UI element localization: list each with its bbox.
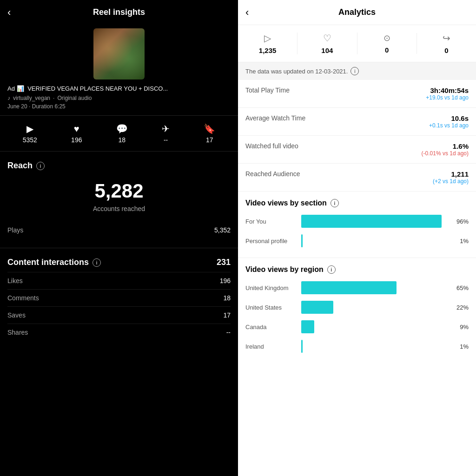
us-row: United States 22%	[245, 301, 469, 314]
accounts-reached-label: Accounts reached	[7, 205, 231, 212]
stat-comments: 💬 18	[116, 123, 128, 144]
separator2: ·	[29, 103, 32, 110]
left-header: ‹ Reel insights	[0, 0, 238, 25]
total-play-time-delta: +19.0s vs 1d ago	[426, 94, 469, 101]
ireland-label: Ireland	[245, 343, 297, 350]
plays-row: Plays 5,352	[7, 222, 231, 238]
for-you-label: For You	[245, 218, 297, 225]
watched-full-label: Watched full video	[245, 142, 298, 150]
views-section-label: Video views by section	[245, 199, 327, 207]
stat-saves: 🔖 17	[204, 123, 215, 144]
stats-row: ▶ 5352 ♥ 196 💬 18 ✈ -- 🔖 17	[0, 115, 238, 152]
for-you-bar	[301, 215, 442, 228]
comments-metric-value: 0	[385, 46, 389, 54]
left-panel-title: Reel insights	[9, 7, 229, 17]
interactions-info-icon[interactable]: i	[93, 258, 101, 267]
reach-info-icon[interactable]: i	[36, 162, 45, 170]
likes-value: 196	[71, 136, 82, 144]
avg-watch-time-value: 10.6s	[429, 114, 469, 122]
audio-icon: ♪	[7, 95, 10, 101]
shares-metric-icon: ↪	[443, 33, 450, 44]
shares-metric-value: 0	[444, 46, 448, 54]
region-info[interactable]: i	[327, 265, 336, 274]
views-section-info[interactable]: i	[331, 199, 339, 207]
stat-shares: ✈ --	[162, 123, 170, 144]
right-panel: ‹ Analytics ▷ 1,235 ♡ 104 ⊙ 0 ↪ 0 The da…	[238, 0, 476, 476]
personal-profile-bar	[301, 234, 303, 247]
stat-likes: ♥ 196	[71, 124, 82, 144]
for-you-percent: 96%	[452, 218, 469, 225]
interactions-total: 231	[217, 258, 231, 267]
total-play-time-value-group: 3h:40m:54s +19.0s vs 1d ago	[426, 86, 469, 101]
reached-audience-row: Reached Audience 1,211 (+2 vs 1d ago)	[238, 164, 476, 192]
play-icon: ▶	[26, 123, 33, 134]
saves-value: 17	[206, 136, 213, 144]
for-you-row: For You 96%	[245, 215, 469, 228]
reached-audience-delta: (+2 vs 1d ago)	[433, 178, 469, 185]
watched-full-value-group: 1.6% (-0.01% vs 1d ago)	[422, 142, 469, 157]
ireland-row: Ireland 1%	[245, 340, 469, 353]
uk-bar	[301, 281, 397, 294]
reached-audience-value-group: 1,211 (+2 vs 1d ago)	[433, 170, 469, 185]
video-title: VERIFIED VEGAN PLACES NEAR YOU + DISCO..…	[27, 85, 168, 92]
back-button-right[interactable]: ‹	[245, 7, 249, 19]
interactions-header: Content interactions i 231	[7, 258, 231, 267]
share-icon: ✈	[162, 123, 170, 134]
right-panel-title: Analytics	[247, 7, 467, 17]
back-button-left[interactable]: ‹	[7, 7, 11, 19]
separator: ·	[53, 95, 54, 101]
account-name: virtually_vegan	[13, 95, 50, 101]
reach-section: Reach i 5,282 Accounts reached Plays 5,3…	[0, 152, 238, 248]
updated-info-icon[interactable]: i	[350, 67, 359, 75]
shares-label: Shares	[7, 329, 28, 336]
watched-full-row: Watched full video 1.6% (-0.01% vs 1d ag…	[238, 136, 476, 164]
video-audio-row: ♪ virtually_vegan · Original audio	[7, 95, 231, 101]
us-label: United States	[245, 304, 297, 311]
uk-row: United Kingdom 65%	[245, 281, 469, 294]
uk-percent: 65%	[452, 284, 469, 291]
plays-count: 5,352	[214, 226, 231, 234]
for-you-bar-container	[301, 215, 448, 228]
likes-metric-value: 104	[321, 46, 333, 54]
shares-row: Shares --	[7, 324, 231, 341]
likes-count: 196	[220, 277, 231, 284]
us-bar-container	[301, 301, 448, 314]
total-play-time-row: Total Play Time 3h:40m:54s +19.0s vs 1d …	[238, 80, 476, 108]
personal-profile-label: Personal profile	[245, 238, 297, 245]
us-bar	[301, 301, 333, 314]
thumbnail-image	[93, 28, 145, 79]
avg-watch-time-row: Average Watch Time 10.6s +0.1s vs 1d ago	[238, 108, 476, 136]
left-panel: ‹ Reel insights Ad 📊 VERIFIED VEGAN PLAC…	[0, 0, 238, 476]
audio-label: Original audio	[57, 95, 92, 101]
reached-audience-label: Reached Audience	[245, 170, 300, 178]
watched-full-value: 1.6%	[422, 142, 469, 150]
saves-count: 17	[223, 311, 231, 319]
comments-row: Comments 18	[7, 289, 231, 306]
canada-row: Canada 9%	[245, 320, 469, 333]
bookmark-icon: 🔖	[204, 123, 215, 134]
region-section-title: Video views by region i	[245, 265, 469, 274]
uk-label: United Kingdom	[245, 284, 297, 291]
plays-label: Plays	[7, 226, 23, 234]
metric-shares: ↪ 0	[417, 33, 476, 54]
comments-metric-icon: ⊙	[383, 33, 390, 43]
avg-watch-time-delta: +0.1s vs 1d ago	[429, 122, 469, 129]
video-thumbnail	[0, 25, 238, 85]
interactions-title-group: Content interactions i	[7, 258, 101, 267]
total-play-time-value: 3h:40m:54s	[426, 86, 469, 94]
likes-label: Likes	[7, 277, 23, 284]
metrics-bar: ▷ 1,235 ♡ 104 ⊙ 0 ↪ 0	[238, 25, 476, 62]
shares-count: --	[226, 329, 231, 336]
stat-plays: ▶ 5352	[23, 123, 37, 144]
views-by-section: Video views by section i For You 96% Per…	[238, 192, 476, 258]
uk-bar-container	[301, 281, 448, 294]
video-title-row: Ad 📊 VERIFIED VEGAN PLACES NEAR YOU + DI…	[7, 85, 231, 92]
video-duration: Duration 6:25	[32, 103, 66, 110]
ireland-percent: 1%	[452, 343, 469, 350]
personal-profile-bar-container	[301, 234, 448, 247]
watched-full-delta: (-0.01% vs 1d ago)	[422, 150, 469, 157]
canada-label: Canada	[245, 324, 297, 331]
interactions-title: Content interactions	[7, 258, 89, 267]
heart-icon: ♥	[74, 124, 79, 134]
plays-metric-value: 1,235	[259, 46, 277, 54]
